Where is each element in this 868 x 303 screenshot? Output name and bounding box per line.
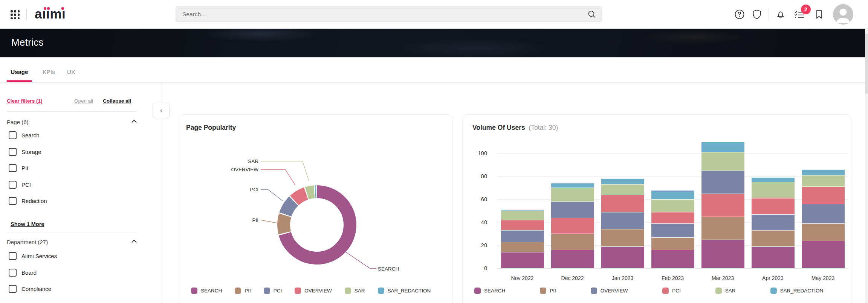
bar-segment-pii <box>601 229 644 246</box>
tab-usage[interactable]: Usage <box>11 69 28 75</box>
aiimi-logo[interactable]: aıımı <box>35 6 69 22</box>
legend-swatch <box>378 288 384 294</box>
legend-swatch <box>715 288 722 294</box>
legend-swatch <box>235 288 241 294</box>
chevron-up-icon <box>131 240 137 243</box>
global-search <box>176 6 602 22</box>
checkbox[interactable] <box>9 181 17 189</box>
page-popularity-card: Page Popularity SAROVERVIEWPCIPIISEARCH … <box>178 114 453 303</box>
filter-checkbox-row[interactable]: PII <box>9 164 28 172</box>
donut-legend: SEARCHPIIPCIOVERVIEWSARSAR_REDACTION <box>191 288 431 294</box>
legend-item[interactable]: OVERVIEW <box>295 288 332 294</box>
legend-item[interactable]: PII <box>540 288 556 294</box>
legend-item[interactable]: PII <box>235 288 251 294</box>
filter-group-department[interactable]: Department (27) <box>7 239 137 245</box>
tab-kpis[interactable]: KPIs <box>43 69 55 75</box>
checkbox[interactable] <box>9 269 17 277</box>
tasks-checklist-icon[interactable]: 2 <box>793 8 806 21</box>
bar-segment-search <box>701 240 744 268</box>
filters-sidebar: Clear filters (1) Open all Collapse all … <box>0 83 162 303</box>
legend-label: SAR <box>355 288 365 294</box>
filter-checkbox-row[interactable]: Compliance <box>9 285 51 293</box>
divider <box>7 232 137 232</box>
page-scrollbar-track[interactable] <box>865 28 868 303</box>
show-more-link[interactable]: Show 1 More <box>11 221 44 227</box>
bar-segment-overview <box>551 201 594 218</box>
bar-segment-pci <box>701 194 744 217</box>
y-axis-label: 0 <box>463 265 487 271</box>
donut-callout-label: OVERVIEW <box>231 167 258 172</box>
legend-label: SAR <box>725 288 736 294</box>
checkbox[interactable] <box>9 285 17 293</box>
metrics-tabs: Usage KPIs UX <box>0 57 868 83</box>
shield-icon[interactable] <box>750 8 763 21</box>
filter-checkbox-row[interactable]: Board <box>9 269 37 277</box>
bar-segment-sar_redaction <box>651 190 694 199</box>
legend-item[interactable]: SEARCH <box>191 288 222 294</box>
search-icon[interactable] <box>587 9 597 19</box>
y-axis-label: 60 <box>463 196 487 202</box>
legend-swatch <box>474 288 481 294</box>
checkbox-label: Board <box>21 269 37 276</box>
bar-segment-search <box>501 252 544 268</box>
bar-segment-sar <box>651 199 694 212</box>
volume-of-users-bar-chart: 020406080100Nov 2022Dec 2022Jan 2023Feb … <box>463 115 852 303</box>
legend-label: PCI <box>672 288 681 294</box>
filter-checkbox-row[interactable]: Redaction <box>9 197 47 205</box>
legend-item[interactable]: OVERVIEW <box>591 288 628 294</box>
checkbox[interactable] <box>9 252 17 260</box>
bar-segment-pci <box>651 212 694 224</box>
checkbox-label: PCI <box>21 181 31 188</box>
bar-chart-legend: SEARCHPIIOVERVIEWPCISARSAR_REDACTION <box>474 288 823 294</box>
bar-segment-sar_redaction <box>701 142 744 152</box>
legend-item[interactable]: PCI <box>662 288 681 294</box>
legend-item[interactable]: SAR <box>345 288 365 294</box>
x-axis-label: Feb 2023 <box>648 275 698 281</box>
tab-ux[interactable]: UX <box>67 69 75 75</box>
checkbox[interactable] <box>9 164 17 172</box>
legend-item[interactable]: SAR_REDACTION <box>378 288 431 294</box>
filter-checkbox-row[interactable]: Search <box>9 131 40 139</box>
bookmark-icon[interactable] <box>813 8 825 21</box>
notifications-bell-icon[interactable] <box>774 8 787 21</box>
help-icon[interactable] <box>733 8 746 21</box>
open-all-link[interactable]: Open all <box>74 98 93 104</box>
filter-checkbox-row[interactable]: PCI <box>9 181 31 189</box>
filter-checkbox-row[interactable]: Aiimi Services <box>9 252 57 260</box>
filter-checkbox-row[interactable]: Storage <box>9 148 41 156</box>
legend-item[interactable]: PCI <box>264 288 282 294</box>
legend-label: SAR_REDACTION <box>388 288 431 294</box>
bar-segment-sar <box>551 188 594 202</box>
x-axis-label: Jan 2023 <box>598 275 648 281</box>
checkbox[interactable] <box>9 197 17 205</box>
legend-item[interactable]: SAR_REDACTION <box>770 288 824 294</box>
donut-callout-label: SAR <box>248 158 258 164</box>
donut-callout-label: SEARCH <box>378 266 399 272</box>
app-grid-icon[interactable] <box>11 10 20 20</box>
bar-segment-sar <box>601 184 644 194</box>
legend-swatch <box>191 288 197 294</box>
donut-callout-label: PII <box>252 217 258 223</box>
bar-segment-pci <box>501 220 544 230</box>
legend-swatch <box>540 288 546 294</box>
user-avatar[interactable] <box>833 4 853 25</box>
checkbox[interactable] <box>9 148 17 156</box>
legend-swatch <box>591 288 597 294</box>
clear-filters-link[interactable]: Clear filters (1) <box>7 98 43 104</box>
bar-segment-sar_redaction <box>802 169 845 175</box>
legend-item[interactable]: SEARCH <box>474 288 505 294</box>
page-scrollbar-thumb[interactable] <box>865 34 868 94</box>
collapse-sidebar-button[interactable]: ‹ <box>153 103 170 118</box>
legend-label: PII <box>245 288 251 294</box>
x-axis-line <box>497 268 848 269</box>
checkbox-label: PII <box>21 165 28 171</box>
checkbox-label: Redaction <box>21 198 47 204</box>
checkbox[interactable] <box>9 131 17 139</box>
legend-item[interactable]: SAR <box>715 288 736 294</box>
volume-of-users-card: Volume Of Users (Total: 30) 020406080100… <box>462 114 851 303</box>
bar-segment-sar_redaction <box>601 178 644 184</box>
checkbox-label: Compliance <box>21 286 51 292</box>
search-input[interactable] <box>176 11 587 18</box>
filter-group-page[interactable]: Page (6) <box>7 119 137 125</box>
collapse-all-link[interactable]: Collapse all <box>103 98 131 104</box>
